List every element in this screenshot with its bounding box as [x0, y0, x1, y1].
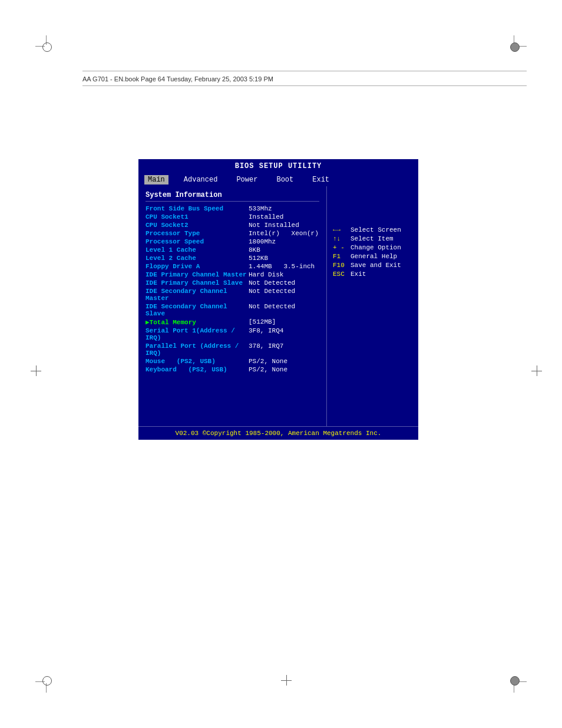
menu-item-exit[interactable]: Exit	[309, 175, 333, 185]
section-title: System Information	[146, 191, 319, 202]
menu-item-advanced[interactable]: Advanced	[180, 175, 222, 185]
label-keyboard: Keyboard (PS2, USB)	[146, 366, 227, 373]
table-row: IDE Secondary Channel Slave Not Detected	[146, 303, 319, 317]
table-row: Processor Type Intel(r) Xeon(r)	[146, 230, 319, 237]
help-key-f10: F10	[333, 262, 351, 269]
help-desc-select-item: Select Item	[351, 235, 394, 242]
table-row: Keyboard (PS2, USB) PS/2, None	[146, 366, 319, 373]
value-ide-secondary-slave: Not Detected	[249, 303, 319, 317]
value-ide-primary-slave: Not Detected	[249, 279, 319, 286]
bios-right-panel: ←→ Select Screen ↑↓ Select Item + - Chan…	[327, 186, 418, 426]
label-level1-cache: Level 1 Cache	[146, 246, 196, 253]
help-desc-change-option: Change Option	[351, 244, 401, 251]
label-cpu-socket2: CPU Socket2	[146, 222, 189, 229]
value-keyboard: PS/2, None	[249, 366, 319, 373]
header-top-rule	[82, 71, 527, 71]
value-processor-type: Intel(r) Xeon(r)	[249, 230, 319, 237]
help-row-save-exit: F10 Save and Exit	[333, 262, 412, 269]
help-desc-general-help: General Help	[351, 253, 397, 260]
value-front-side-bus: 533Mhz	[249, 205, 319, 212]
bios-setup-window: BIOS SETUP UTILITY Main Advanced Power B…	[138, 159, 418, 440]
label-ide-primary-slave: IDE Primary Channel Slave	[146, 279, 243, 286]
label-total-memory[interactable]: ▶Total Memory	[146, 318, 196, 326]
help-row-select-screen: ←→ Select Screen	[333, 226, 412, 233]
label-mouse: Mouse (PS2, USB)	[146, 358, 216, 365]
table-row: IDE Primary Channel Master Hard Disk	[146, 271, 319, 278]
value-ide-primary-master: Hard Disk	[249, 271, 319, 278]
value-total-memory: [512MB]	[249, 318, 319, 326]
bios-menubar: Main Advanced Power Boot Exit	[138, 173, 418, 186]
menu-item-boot[interactable]: Boot	[273, 175, 297, 185]
help-row-general-help: F1 General Help	[333, 253, 412, 260]
table-row: IDE Secondary Channel Master Not Detecte…	[146, 288, 319, 302]
help-key-updown: ↑↓	[333, 235, 351, 242]
value-level1-cache: 8KB	[249, 246, 319, 253]
value-serial-port: 3F8, IRQ4	[249, 327, 319, 341]
label-ide-primary-master: IDE Primary Channel Master	[146, 271, 247, 278]
value-mouse: PS/2, None	[249, 358, 319, 365]
table-row: Processor Speed 1800Mhz	[146, 238, 319, 245]
value-ide-secondary-master: Not Detected	[249, 288, 319, 302]
bios-content-area: System Information Front Side Bus Speed …	[138, 186, 418, 426]
header-bottom-rule	[82, 85, 527, 86]
menu-item-power[interactable]: Power	[233, 175, 261, 185]
label-level2-cache: Level 2 Cache	[146, 255, 196, 262]
help-row-select-item: ↑↓ Select Item	[333, 235, 412, 242]
table-row: Parallel Port (Address / IRQ) 378, IRQ7	[146, 342, 319, 357]
label-serial-port: Serial Port 1(Address / IRQ)	[146, 327, 249, 341]
value-level2-cache: 512KB	[249, 255, 319, 262]
header-text: AA G701 - EN.book Page 64 Tuesday, Febru…	[82, 75, 527, 83]
help-desc-save-exit: Save and Exit	[351, 262, 401, 269]
label-front-side-bus: Front Side Bus Speed	[146, 205, 223, 212]
menu-item-main[interactable]: Main	[144, 175, 168, 185]
table-row: Mouse (PS2, USB) PS/2, None	[146, 358, 319, 365]
help-desc-select-screen: Select Screen	[351, 226, 401, 233]
bios-footer: V02.03 ©Copyright 1985-2000, American Me…	[138, 426, 418, 440]
bios-left-panel: System Information Front Side Bus Speed …	[138, 186, 327, 426]
table-row: Level 1 Cache 8KB	[146, 246, 319, 253]
help-key-f1: F1	[333, 253, 351, 260]
table-row: Serial Port 1(Address / IRQ) 3F8, IRQ4	[146, 327, 319, 341]
help-row-exit: ESC Exit	[333, 271, 412, 278]
table-row: Front Side Bus Speed 533Mhz	[146, 205, 319, 212]
label-processor-speed: Processor Speed	[146, 238, 204, 245]
table-row: CPU Socket1 Installed	[146, 213, 319, 220]
value-cpu-socket2: Not Installed	[249, 222, 319, 229]
value-processor-speed: 1800Mhz	[249, 238, 319, 245]
value-parallel-port: 378, IRQ7	[249, 342, 319, 357]
help-row-change-option: + - Change Option	[333, 244, 412, 251]
label-ide-secondary-master: IDE Secondary Channel Master	[146, 288, 249, 302]
help-key-arrows: ←→	[333, 226, 351, 233]
value-cpu-socket1: Installed	[249, 213, 319, 220]
help-key-esc: ESC	[333, 271, 351, 278]
label-processor-type: Processor Type	[146, 230, 200, 237]
table-row: CPU Socket2 Not Installed	[146, 222, 319, 229]
label-parallel-port: Parallel Port (Address / IRQ)	[146, 342, 249, 357]
table-row: Floppy Drive A 1.44MB 3.5-inch	[146, 263, 319, 270]
table-row: Level 2 Cache 512KB	[146, 255, 319, 262]
help-key-plusminus: + -	[333, 244, 351, 251]
value-floppy-drive: 1.44MB 3.5-inch	[249, 263, 319, 270]
label-cpu-socket1: CPU Socket1	[146, 213, 189, 220]
bios-title: BIOS SETUP UTILITY	[138, 159, 418, 173]
table-row: ▶Total Memory [512MB]	[146, 318, 319, 326]
table-row: IDE Primary Channel Slave Not Detected	[146, 279, 319, 286]
help-desc-exit: Exit	[351, 271, 366, 278]
label-ide-secondary-slave: IDE Secondary Channel Slave	[146, 303, 249, 317]
label-floppy-drive: Floppy Drive A	[146, 263, 200, 270]
